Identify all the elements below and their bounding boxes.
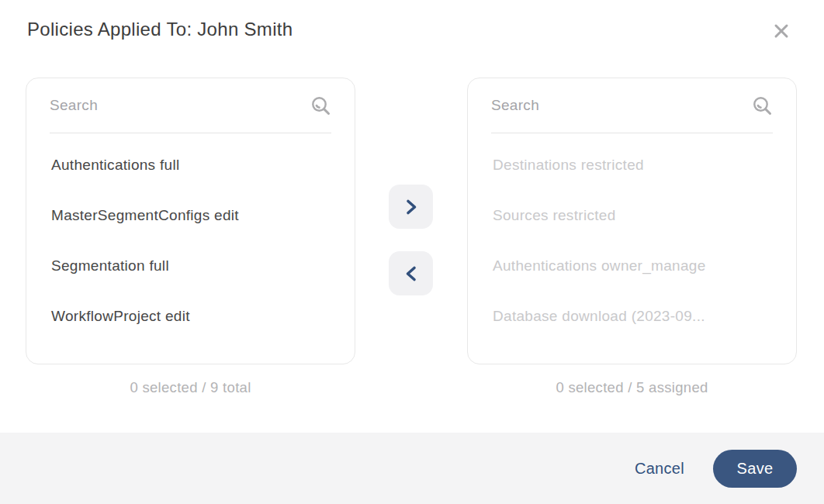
- list-item[interactable]: Sources restricted: [468, 190, 796, 240]
- list-item[interactable]: Destinations restricted: [468, 140, 796, 190]
- close-button[interactable]: [770, 19, 793, 43]
- move-left-button[interactable]: [389, 251, 433, 295]
- assigned-search-input[interactable]: [491, 97, 744, 114]
- dialog-footer: Cancel Save: [0, 433, 824, 504]
- list-item[interactable]: WorkflowProject edit: [26, 291, 355, 341]
- chevron-left-icon: [403, 264, 420, 283]
- available-policies-list: Authentications full MasterSegmentConfig…: [26, 133, 355, 341]
- available-policies-panel: Authentications full MasterSegmentConfig…: [26, 78, 355, 364]
- dialog-title: Policies Applied To: John Smith: [27, 18, 293, 41]
- search-icon: [752, 95, 773, 116]
- list-item[interactable]: MasterSegmentConfigs edit: [26, 190, 355, 240]
- assigned-counter: 0 selected / 5 assigned: [467, 379, 797, 396]
- list-item[interactable]: Authentications owner_manage: [468, 240, 796, 291]
- search-icon: [310, 95, 331, 116]
- policies-dialog: Policies Applied To: John Smith Authenti…: [0, 0, 824, 504]
- cancel-button[interactable]: Cancel: [635, 460, 684, 478]
- assigned-policies-list: Destinations restricted Sources restrict…: [468, 133, 796, 341]
- close-icon: [770, 20, 792, 42]
- chevron-right-icon: [403, 198, 420, 216]
- assigned-search-row: [491, 78, 773, 133]
- available-search-input[interactable]: [50, 97, 303, 114]
- list-item[interactable]: Segmentation full: [26, 240, 355, 291]
- assigned-policies-panel: Destinations restricted Sources restrict…: [467, 78, 797, 364]
- list-item[interactable]: Database download (2023-09...: [468, 291, 796, 341]
- save-button[interactable]: Save: [713, 450, 797, 488]
- list-item[interactable]: Authentications full: [26, 140, 355, 190]
- move-right-button[interactable]: [389, 185, 433, 229]
- available-search-row: [50, 78, 331, 133]
- available-counter: 0 selected / 9 total: [26, 379, 355, 396]
